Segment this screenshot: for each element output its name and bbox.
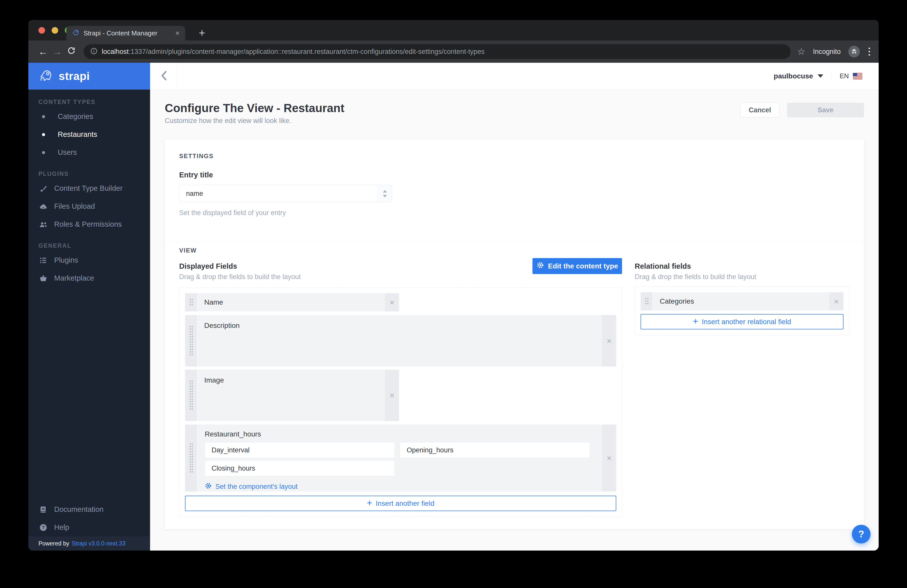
relational-fields-title: Relational fields — [635, 262, 849, 271]
entry-title-select[interactable]: name — [179, 185, 392, 202]
sidebar-item-marketplace[interactable]: Marketplace — [28, 269, 150, 287]
users-icon — [38, 220, 48, 229]
relational-fields-dropzone: Categories × + Insert another relational… — [635, 287, 849, 335]
cancel-button[interactable]: Cancel — [740, 103, 779, 117]
paintbrush-icon — [38, 184, 48, 193]
forward-nav-icon[interactable]: → — [50, 46, 64, 57]
component-chip-restaurant-hours[interactable]: Restaurant_hours Day_interval Opening_ho… — [185, 425, 616, 492]
plus-icon: + — [693, 317, 698, 326]
site-info-icon[interactable] — [90, 47, 98, 56]
sidebar-footer: Documentation ? Help — [28, 500, 150, 537]
svg-text:?: ? — [42, 525, 45, 530]
drag-handle-icon[interactable] — [185, 370, 198, 421]
powered-by-bar: Powered by Strapi v3.0.0-next.33 — [28, 537, 150, 551]
drag-handle-icon[interactable] — [185, 293, 198, 311]
reload-icon[interactable] — [64, 46, 79, 57]
component-layout-link[interactable]: Set the component's layout — [205, 482, 298, 491]
entry-title-help: Set the displayed field of your entry — [179, 209, 849, 217]
gear-icon — [537, 261, 544, 271]
browser-menu-icon[interactable] — [867, 46, 871, 57]
gear-icon — [205, 482, 212, 491]
strapi-logo[interactable]: strapi — [28, 63, 150, 90]
page-actions: Cancel Save — [740, 103, 864, 117]
insert-field-button[interactable]: + Insert another field — [185, 496, 616, 511]
sidebar-item-help[interactable]: ? Help — [28, 518, 150, 537]
select-arrows-icon[interactable] — [378, 185, 392, 202]
new-tab-button[interactable]: + — [196, 27, 208, 40]
toolbar-right: ☆ Incognito — [796, 46, 871, 58]
remove-field-icon[interactable]: × — [829, 292, 843, 311]
incognito-icon — [848, 46, 860, 58]
help-fab-button[interactable]: ? — [852, 525, 870, 543]
section-label: CONTENT TYPES — [28, 99, 150, 106]
field-chip-categories[interactable]: Categories × — [641, 292, 843, 311]
displayed-fields-dropzone: Name × Description × I — [179, 287, 622, 517]
drag-handle-icon[interactable] — [641, 292, 653, 311]
page-head: Configure The View - Restaurant Customiz… — [165, 101, 864, 125]
tab-title: Strapi - Content Manager — [83, 29, 171, 37]
sidebar-item-documentation[interactable]: Documentation — [28, 500, 150, 518]
bullet-icon — [42, 133, 45, 136]
component-field-day-interval[interactable]: Day_interval — [205, 442, 395, 458]
sidebar-section-plugins: PLUGINS Content Type Builder — [28, 170, 150, 233]
user-menu[interactable]: paulbocuse — [774, 72, 823, 80]
back-nav-icon[interactable]: ← — [36, 46, 50, 57]
back-button[interactable] — [150, 63, 178, 89]
settings-card: SETTINGS Entry title name Set the displa… — [165, 139, 864, 529]
component-field-closing-hours[interactable]: Closing_hours — [205, 460, 395, 476]
url-text: localhost:1337/admin/plugins/content-man… — [102, 48, 485, 56]
bookmark-star-icon[interactable]: ☆ — [797, 46, 805, 57]
sidebar-section-content-types: CONTENT TYPES Categories Restaurants Use… — [28, 99, 150, 162]
sidebar-item-plugins[interactable]: Plugins — [28, 251, 150, 269]
sidebar-item-restaurants[interactable]: Restaurants — [28, 125, 150, 143]
view-area: Displayed Fields Drag & drop the fields … — [179, 262, 849, 517]
bullet-icon — [42, 151, 45, 154]
view-section-label: VIEW — [179, 247, 849, 254]
sidebar-item-content-type-builder[interactable]: Content Type Builder — [28, 179, 150, 197]
sidebar-item-categories[interactable]: Categories — [28, 107, 150, 125]
page-head-titles: Configure The View - Restaurant Customiz… — [165, 101, 345, 125]
component-name: Restaurant_hours — [205, 430, 593, 438]
tab-close-icon[interactable]: × — [175, 29, 179, 37]
field-chip-image[interactable]: Image × — [185, 370, 399, 421]
component-field-opening-hours[interactable]: Opening_hours — [400, 442, 590, 458]
browser-tab[interactable]: Strapi - Content Manager × — [66, 26, 185, 40]
sidebar-item-users[interactable]: Users — [28, 143, 150, 162]
strapi-rocket-icon — [39, 69, 53, 83]
insert-relational-field-button[interactable]: + Insert another relational field — [641, 314, 843, 329]
locale-switcher[interactable]: EN — [840, 72, 862, 80]
minimize-window-button[interactable] — [51, 27, 58, 34]
app-header: paulbocuse EN — [150, 63, 879, 90]
remove-field-icon[interactable]: × — [385, 293, 399, 311]
chevron-down-icon — [818, 74, 823, 78]
browser-toolbar: ← → localhost:1337/admin/plugins/content… — [28, 40, 879, 63]
sidebar-item-files-upload[interactable]: Files Upload — [28, 197, 150, 215]
address-bar[interactable]: localhost:1337/admin/plugins/content-man… — [83, 44, 791, 59]
page-subtitle: Customize how the edit view will look li… — [165, 117, 345, 125]
chevron-left-icon — [160, 70, 168, 82]
main-area: paulbocuse EN Configure The View - R — [150, 63, 879, 551]
field-chip-name[interactable]: Name × — [185, 293, 399, 311]
locale-label: EN — [840, 72, 849, 80]
list-icon — [38, 256, 48, 264]
header-right: paulbocuse EN — [774, 71, 879, 82]
section-label: PLUGINS — [28, 170, 150, 177]
field-chip-description[interactable]: Description × — [185, 315, 616, 367]
drag-handle-icon[interactable] — [185, 315, 198, 367]
header-divider — [831, 71, 832, 82]
page-title: Configure The View - Restaurant — [165, 101, 345, 115]
powered-by-link[interactable]: Strapi v3.0.0-next.33 — [72, 540, 125, 547]
browser-window: Strapi - Content Manager × + ← → localho — [28, 20, 879, 551]
remove-field-icon[interactable]: × — [602, 425, 616, 492]
url-host: localhost — [102, 48, 129, 55]
drag-handle-icon[interactable] — [185, 425, 198, 492]
sidebar-item-roles-permissions[interactable]: Roles & Permissions — [28, 215, 150, 233]
remove-field-icon[interactable]: × — [602, 315, 616, 367]
close-window-button[interactable] — [38, 27, 45, 34]
plus-icon: + — [367, 498, 372, 508]
edit-content-type-button[interactable]: Edit the content type — [532, 258, 622, 274]
remove-field-icon[interactable]: × — [385, 370, 399, 421]
save-button[interactable]: Save — [787, 103, 864, 117]
browser-titlebar: Strapi - Content Manager × + — [28, 20, 879, 40]
section-label: GENERAL — [28, 242, 150, 249]
